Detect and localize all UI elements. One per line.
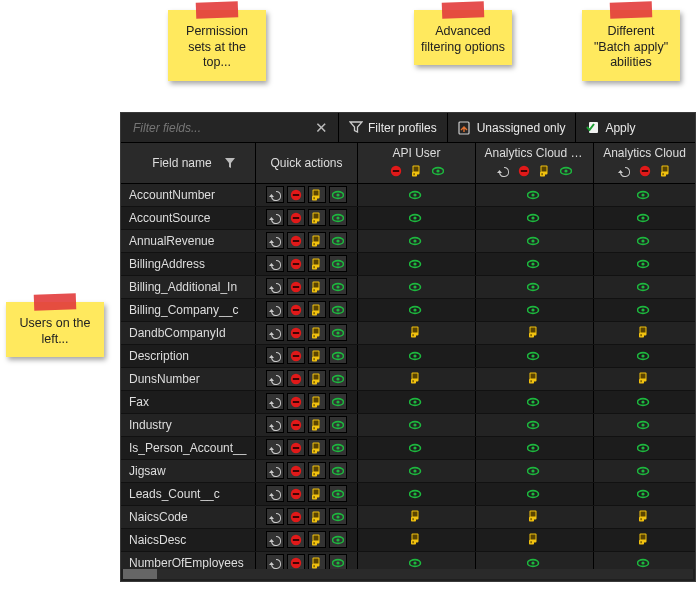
visible-icon[interactable]	[527, 419, 543, 431]
undo-icon[interactable]	[266, 370, 284, 387]
cell-profile-state[interactable]	[594, 483, 695, 505]
cell-field-name[interactable]: Billing_Additional_In	[121, 276, 256, 298]
cell-profile-state[interactable]	[358, 368, 476, 390]
header-field-name[interactable]: Field name	[121, 143, 256, 183]
cell-profile-state[interactable]	[594, 276, 695, 298]
readonly-icon[interactable]	[308, 554, 326, 569]
readonly-icon[interactable]	[638, 372, 652, 386]
visible-icon[interactable]	[409, 281, 425, 293]
visible-icon[interactable]	[637, 465, 653, 477]
cell-profile-state[interactable]	[476, 253, 594, 275]
readonly-icon[interactable]	[308, 462, 326, 479]
undo-icon[interactable]	[266, 301, 284, 318]
cell-field-name[interactable]: NumberOfEmployees	[121, 552, 256, 569]
cell-profile-state[interactable]	[358, 322, 476, 344]
cell-profile-state[interactable]	[594, 529, 695, 551]
cell-profile-state[interactable]	[476, 276, 594, 298]
remove-icon[interactable]	[287, 370, 305, 387]
visible-icon[interactable]	[409, 557, 425, 569]
search-input[interactable]	[131, 120, 311, 136]
cell-profile-state[interactable]	[358, 529, 476, 551]
visible-icon[interactable]	[527, 465, 543, 477]
visible-icon[interactable]	[637, 557, 653, 569]
cell-profile-state[interactable]	[594, 184, 695, 206]
cell-profile-state[interactable]	[476, 437, 594, 459]
cell-profile-state[interactable]	[476, 483, 594, 505]
cell-profile-state[interactable]	[358, 437, 476, 459]
cell-field-name[interactable]: AnnualRevenue	[121, 230, 256, 252]
cell-profile-state[interactable]	[476, 506, 594, 528]
cell-profile-state[interactable]	[476, 529, 594, 551]
filter-icon[interactable]	[224, 157, 236, 169]
cell-profile-state[interactable]	[358, 391, 476, 413]
visible-icon[interactable]	[637, 488, 653, 500]
cell-field-name[interactable]: NaicsCode	[121, 506, 256, 528]
visible-icon[interactable]	[637, 258, 653, 270]
visible-icon[interactable]	[527, 281, 543, 293]
visible-icon[interactable]	[637, 350, 653, 362]
visible-icon[interactable]	[329, 531, 347, 548]
visible-icon[interactable]	[409, 396, 425, 408]
unassigned-only-button[interactable]: Unassigned only	[448, 113, 577, 142]
readonly-icon[interactable]	[536, 163, 554, 180]
cell-profile-state[interactable]	[476, 345, 594, 367]
readonly-icon[interactable]	[638, 326, 652, 340]
undo-icon[interactable]	[266, 347, 284, 364]
visible-icon[interactable]	[409, 488, 425, 500]
cell-profile-state[interactable]	[358, 345, 476, 367]
visible-icon[interactable]	[329, 301, 347, 318]
cell-profile-state[interactable]	[594, 207, 695, 229]
visible-icon[interactable]	[329, 393, 347, 410]
visible-icon[interactable]	[637, 396, 653, 408]
visible-icon[interactable]	[409, 235, 425, 247]
remove-icon[interactable]	[287, 485, 305, 502]
visible-icon[interactable]	[527, 304, 543, 316]
undo-icon[interactable]	[266, 324, 284, 341]
undo-icon[interactable]	[266, 508, 284, 525]
cell-profile-state[interactable]	[594, 460, 695, 482]
cell-field-name[interactable]: AccountSource	[121, 207, 256, 229]
remove-icon[interactable]	[287, 508, 305, 525]
header-profile[interactable]: Analytics Cloud Int...	[476, 143, 594, 183]
cell-profile-state[interactable]	[358, 483, 476, 505]
visible-icon[interactable]	[329, 232, 347, 249]
visible-icon[interactable]	[527, 212, 543, 224]
visible-icon[interactable]	[409, 419, 425, 431]
cell-profile-state[interactable]	[594, 552, 695, 569]
readonly-icon[interactable]	[308, 232, 326, 249]
undo-icon[interactable]	[494, 163, 512, 180]
readonly-icon[interactable]	[410, 326, 424, 340]
readonly-icon[interactable]	[308, 324, 326, 341]
remove-icon[interactable]	[287, 347, 305, 364]
remove-icon[interactable]	[287, 209, 305, 226]
readonly-icon[interactable]	[308, 508, 326, 525]
cell-field-name[interactable]: Industry	[121, 414, 256, 436]
readonly-icon[interactable]	[308, 485, 326, 502]
remove-icon[interactable]	[287, 186, 305, 203]
visible-icon[interactable]	[329, 186, 347, 203]
cell-profile-state[interactable]	[358, 207, 476, 229]
remove-icon[interactable]	[287, 301, 305, 318]
cell-field-name[interactable]: DunsNumber	[121, 368, 256, 390]
visible-icon[interactable]	[329, 416, 347, 433]
readonly-icon[interactable]	[308, 393, 326, 410]
header-profile[interactable]: Analytics Cloud	[594, 143, 695, 183]
remove-icon[interactable]	[287, 278, 305, 295]
cell-profile-state[interactable]	[358, 253, 476, 275]
undo-icon[interactable]	[266, 255, 284, 272]
readonly-icon[interactable]	[308, 278, 326, 295]
undo-icon[interactable]	[266, 393, 284, 410]
visible-icon[interactable]	[329, 347, 347, 364]
visible-icon[interactable]	[527, 557, 543, 569]
remove-icon[interactable]	[287, 531, 305, 548]
visible-icon[interactable]	[329, 462, 347, 479]
cell-profile-state[interactable]	[476, 552, 594, 569]
visible-icon[interactable]	[637, 212, 653, 224]
header-profile[interactable]: API User	[358, 143, 476, 183]
visible-icon[interactable]	[527, 350, 543, 362]
remove-icon[interactable]	[515, 163, 533, 180]
cell-profile-state[interactable]	[476, 391, 594, 413]
undo-icon[interactable]	[266, 186, 284, 203]
visible-icon[interactable]	[329, 485, 347, 502]
cell-field-name[interactable]: Description	[121, 345, 256, 367]
